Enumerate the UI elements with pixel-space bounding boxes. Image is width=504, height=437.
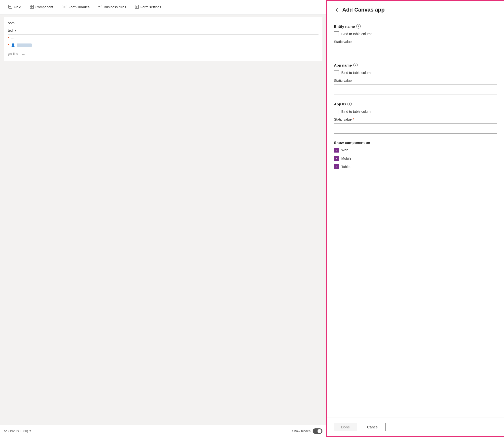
component-icon [30,5,34,10]
form-libraries-icon: JS [62,5,67,9]
form-section: oom ted ▼ * ... * 👤 : gle-line ... [4,17,322,61]
entity-name-bind-checkbox[interactable] [334,31,339,36]
panel-footer: Done Cancel [327,418,504,436]
tablet-label: Tablet [341,165,350,169]
add-canvas-app-panel: Add Canvas app Entity name i Bind to tab… [326,0,504,437]
app-name-group: App name i Bind to table column Static v… [334,63,497,95]
form-row-1: * ... [8,35,318,41]
nav-field-label: Field [14,5,21,9]
svg-rect-5 [32,7,34,8]
cancel-button[interactable]: Cancel [360,423,386,431]
entity-name-label: Entity name i [334,24,497,28]
app-name-bind-checkbox[interactable] [334,70,339,75]
svg-rect-2 [30,5,32,6]
panel-title: Add Canvas app [342,7,385,13]
form-canvas: oom ted ▼ * ... * 👤 : gle-line ... [0,15,326,437]
person-icon: 👤 [11,43,15,47]
form-row-2: * 👤 : [8,41,318,49]
app-name-bind-checkbox-row[interactable]: Bind to table column [334,70,497,75]
bottom-bar: op (1920 x 1080) ▼ Show hidden [0,425,326,437]
required-star-2: * [8,43,9,47]
svg-rect-4 [30,7,32,8]
entity-name-bind-checkbox-row[interactable]: Bind to table column [334,31,497,36]
web-checkbox[interactable] [334,148,339,153]
web-label: Web [341,148,348,152]
app-id-static-value-label: Static value * [334,117,497,121]
show-hidden-switch[interactable] [313,428,322,434]
row3-label: gle-line [8,52,18,56]
svg-line-9 [100,6,101,6]
blurred-field-value [17,43,32,47]
svg-rect-3 [32,5,34,6]
back-button[interactable] [334,7,339,13]
panel-header: Add Canvas app [327,1,504,18]
business-rules-icon [98,5,102,10]
entity-static-value-input[interactable] [334,46,497,56]
app-id-required-mark: * [353,117,354,121]
app-id-info-icon[interactable]: i [347,102,352,106]
svg-point-7 [101,5,102,6]
required-star-1: * [8,36,9,40]
entity-static-value-label: Static value [334,40,497,44]
form-editor-panel: Field Component JS Form libraries Busine… [0,0,326,437]
tablet-checkbox[interactable] [334,164,339,169]
dropdown-value: ted [8,28,13,32]
show-component-on-group: Show component on Web Mobile Tablet [334,141,497,169]
dots-3: ... [22,52,25,56]
svg-point-8 [101,7,102,8]
tablet-checkbox-row[interactable]: Tablet [334,164,497,169]
entity-name-info-icon[interactable]: i [356,24,361,28]
app-id-static-value-input[interactable] [334,123,497,134]
resolution-dropdown[interactable]: op (1920 x 1080) ▼ [4,429,31,433]
field-icon [8,5,12,10]
top-navigation: Field Component JS Form libraries Busine… [0,0,326,15]
nav-item-business-rules[interactable]: Business rules [94,0,131,14]
resolution-chevron-icon: ▼ [29,430,31,432]
done-button[interactable]: Done [334,423,357,431]
app-name-info-icon[interactable]: i [353,63,358,67]
app-name-static-value-input[interactable] [334,85,497,95]
nav-business-rules-label: Business rules [104,5,126,9]
web-checkbox-row[interactable]: Web [334,148,497,153]
show-hidden-label: Show hidden [292,429,311,433]
form-row-3: gle-line ... [8,49,318,58]
mobile-label: Mobile [341,156,351,160]
nav-item-field[interactable]: Field [4,0,26,14]
app-name-label: App name i [334,63,497,67]
dropdown-chevron-icon[interactable]: ▼ [14,29,17,32]
app-name-static-value-label: Static value [334,79,497,83]
svg-line-10 [100,7,101,7]
app-id-bind-checkbox[interactable] [334,109,339,114]
mobile-checkbox-row[interactable]: Mobile [334,156,497,161]
nav-item-form-settings[interactable]: Form settings [131,0,166,14]
dots-1: ... [11,36,14,40]
panel-content: Entity name i Bind to table column Stati… [327,18,504,418]
nav-form-libraries-label: Form libraries [68,5,90,9]
show-component-on-label: Show component on [334,141,497,145]
nav-form-settings-label: Form settings [140,5,161,9]
nav-component-label: Component [35,5,53,9]
svg-point-6 [99,6,100,7]
form-settings-icon [135,5,139,10]
nav-item-form-libraries[interactable]: JS Form libraries [58,0,94,14]
app-id-group: App ID i Bind to table column Static val… [334,102,497,134]
show-hidden-toggle[interactable]: Show hidden [292,428,322,434]
nav-item-component[interactable]: Component [26,0,57,14]
app-id-label: App ID i [334,102,497,106]
app-id-bind-label: Bind to table column [341,110,372,113]
colon: : [34,43,35,47]
resolution-label: op (1920 x 1080) [4,429,28,433]
mobile-checkbox[interactable] [334,156,339,161]
app-id-bind-checkbox-row[interactable]: Bind to table column [334,109,497,114]
entity-name-group: Entity name i Bind to table column Stati… [334,24,497,56]
entity-name-bind-label: Bind to table column [341,32,372,36]
app-name-bind-label: Bind to table column [341,71,372,75]
section-name: oom [8,20,318,28]
